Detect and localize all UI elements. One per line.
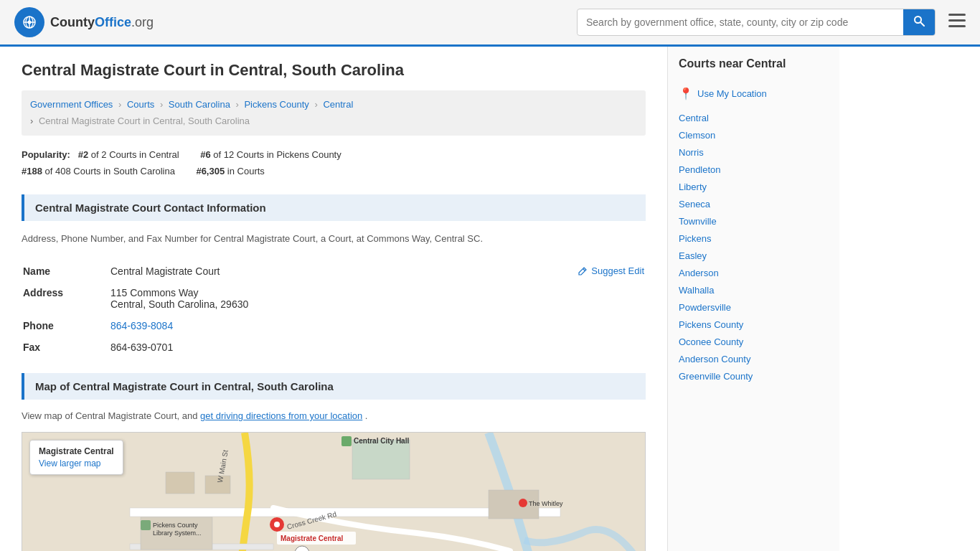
map-directions-link[interactable]: get driving directions from your locatio… (200, 410, 362, 421)
use-my-location[interactable]: 📍 Use My Location (679, 87, 829, 100)
page-title: Central Magistrate Court in Central, Sou… (22, 61, 646, 80)
address-line2: Central, South Carolina, 29630 (110, 298, 644, 310)
name-label: Name (23, 261, 109, 281)
breadcrumb-link-govoffices[interactable]: Government Offices (30, 99, 113, 110)
svg-text:Central City Hall: Central City Hall (354, 437, 409, 445)
rank4-num: #6,305 (196, 166, 225, 176)
svg-rect-15 (166, 472, 194, 494)
search-button[interactable] (903, 9, 935, 35)
svg-text:Pickens County: Pickens County (153, 522, 198, 529)
map-background: Cross Creek Rd W Main St Central City Ha… (22, 433, 645, 551)
map-tooltip: Magistrate Central View larger map (29, 440, 123, 475)
sidebar-link-central[interactable]: Central (679, 113, 709, 123)
map-larger-link[interactable]: View larger map (39, 458, 114, 468)
list-item: Pickens (679, 230, 829, 247)
map-tooltip-title: Magistrate Central (39, 446, 114, 456)
search-input[interactable] (578, 11, 903, 34)
popularity-rank4: #6,305 in Courts (196, 166, 264, 176)
contact-description: Address, Phone Number, and Fax Number fo… (22, 232, 646, 246)
breadcrumb-sep: › (118, 99, 121, 110)
rank1-num: #2 (78, 149, 88, 160)
breadcrumb-sep4: › (314, 99, 317, 110)
map-description: View map of Central Magistrate Court, an… (22, 410, 646, 421)
sidebar-link-liberty[interactable]: Liberty (679, 182, 707, 192)
name-value: Central Magistrate Court (110, 265, 220, 277)
svg-text:Library System...: Library System... (153, 529, 202, 537)
svg-text:Magistrate Central: Magistrate Central (281, 534, 343, 542)
svg-point-32 (274, 522, 280, 527)
list-item: Anderson (679, 264, 829, 281)
svg-point-27 (519, 499, 527, 507)
sidebar-link-clemson[interactable]: Clemson (679, 130, 715, 141)
sidebar-link-easley[interactable]: Easley (679, 250, 707, 261)
rank1-text: of 2 Courts in Central (91, 149, 179, 160)
map-section-header: Map of Central Magistrate Court in Centr… (22, 373, 646, 400)
sidebar-link-pendleton[interactable]: Pendleton (679, 164, 721, 175)
svg-rect-22 (341, 436, 352, 446)
popularity-rank3: #188 of 408 Courts in South Carolina (22, 166, 178, 176)
breadcrumb-link-central[interactable]: Central (323, 99, 353, 110)
svg-rect-8 (948, 14, 966, 16)
contact-section-header: Central Magistrate Court Contact Informa… (22, 194, 646, 221)
sidebar-link-anderson-county[interactable]: Anderson County (679, 354, 750, 364)
list-item: Oconee County (679, 333, 829, 350)
address-line1: 115 Commons Way (110, 287, 644, 298)
suggest-edit-text: Suggest Edit (591, 265, 644, 276)
sidebar-link-walhalla[interactable]: Walhalla (679, 285, 714, 296)
menu-button[interactable] (948, 14, 966, 32)
sidebar-link-pickens-county[interactable]: Pickens County (679, 319, 743, 330)
breadcrumb-link-pickens[interactable]: Pickens County (244, 99, 308, 110)
sidebar-link-seneca[interactable]: Seneca (679, 199, 710, 209)
rank2-text: of 12 Courts in Pickens County (213, 149, 341, 160)
name-value-cell: Central Magistrate Court Suggest Edit (110, 261, 644, 281)
logo-office: Office (95, 15, 131, 29)
list-item: Anderson County (679, 350, 829, 367)
phone-label: Phone (23, 316, 109, 336)
breadcrumb-link-courts[interactable]: Courts (127, 99, 154, 110)
logo-text: CountyOffice.org (50, 15, 154, 30)
list-item: Pickens County (679, 316, 829, 333)
search-bar (577, 9, 936, 36)
svg-line-7 (920, 22, 924, 26)
list-item: Greenville County (679, 367, 829, 385)
svg-rect-10 (948, 25, 966, 27)
table-row: Phone 864-639-8084 (23, 316, 644, 336)
list-item: Pendleton (679, 161, 829, 178)
list-item: Clemson (679, 126, 829, 143)
map-desc-suffix: . (365, 410, 368, 421)
breadcrumb-sep2: › (160, 99, 163, 110)
sidebar-link-greenville-county[interactable]: Greenville County (679, 371, 753, 382)
sidebar-link-anderson[interactable]: Anderson (679, 268, 719, 278)
sidebar: Courts near Central 📍 Use My Location Ce… (667, 47, 839, 551)
sidebar-link-pickens[interactable]: Pickens (679, 233, 712, 244)
breadcrumb-current: Central Magistrate Court in Central, Sou… (39, 116, 250, 126)
list-item: Easley (679, 247, 829, 264)
breadcrumb: Government Offices › Courts › South Caro… (22, 90, 646, 136)
sidebar-link-powdersville[interactable]: Powdersville (679, 302, 731, 313)
table-row: Fax 864-639-0701 (23, 337, 644, 357)
rank4-text: in Courts (227, 166, 265, 176)
list-item: Central (679, 109, 829, 126)
list-item: Walhalla (679, 281, 829, 298)
popularity-rank1: #2 of 2 Courts in Central (78, 149, 182, 160)
svg-rect-24 (141, 520, 151, 530)
svg-point-5 (28, 21, 32, 24)
sidebar-title: Courts near Central (679, 57, 829, 76)
logo-icon (14, 7, 44, 37)
svg-rect-9 (948, 19, 966, 22)
suggest-edit-link[interactable]: Suggest Edit (578, 265, 644, 276)
list-item: Powdersville (679, 298, 829, 316)
breadcrumb-link-sc[interactable]: South Carolina (169, 99, 230, 110)
use-my-location-link[interactable]: Use My Location (697, 88, 767, 99)
sidebar-link-oconee-county[interactable]: Oconee County (679, 336, 743, 347)
phone-link[interactable]: 864-639-8084 (110, 320, 173, 331)
nearby-courts-list: CentralClemsonNorrisPendletonLibertySene… (679, 109, 829, 385)
breadcrumb-sep3: › (235, 99, 238, 110)
phone-value-cell: 864-639-8084 (110, 316, 644, 336)
table-row: Address 115 Commons Way Central, South C… (23, 283, 644, 314)
svg-rect-17 (352, 440, 410, 479)
popularity-rank2: #6 of 12 Courts in Pickens County (200, 149, 341, 160)
sidebar-link-townville[interactable]: Townville (679, 216, 717, 227)
sidebar-link-norris[interactable]: Norris (679, 147, 704, 158)
table-row: Name Central Magistrate Court Suggest Ed… (23, 261, 644, 281)
